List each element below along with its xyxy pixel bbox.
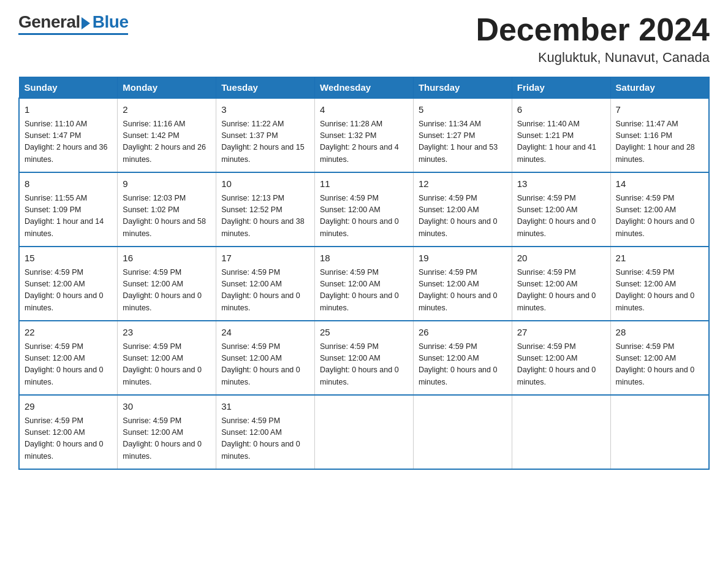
calendar-cell: 8Sunrise: 11:55 AMSunset: 1:09 PMDayligh… [19, 172, 118, 247]
day-number: 5 [419, 103, 507, 117]
logo-blue: Blue [93, 12, 129, 32]
calendar-cell: 30Sunrise: 4:59 PMSunset: 12:00 AMDaylig… [118, 395, 216, 469]
day-number: 26 [419, 326, 507, 340]
day-info: Sunrise: 11:16 AMSunset: 1:42 PMDaylight… [123, 118, 211, 166]
calendar-cell: 19Sunrise: 4:59 PMSunset: 12:00 AMDaylig… [413, 247, 512, 321]
logo-general: General [18, 12, 80, 32]
day-number: 21 [616, 251, 703, 266]
day-info: Sunrise: 12:13 PMSunset: 12:52 PMDayligh… [221, 193, 309, 240]
day-number: 20 [517, 251, 605, 266]
day-number: 13 [517, 177, 605, 191]
day-info: Sunrise: 4:59 PMSunset: 12:00 AMDaylight… [320, 193, 408, 240]
logo-arrow-icon [82, 17, 90, 29]
calendar-cell: 21Sunrise: 4:59 PMSunset: 12:00 AMDaylig… [610, 247, 709, 321]
calendar-cell: 28Sunrise: 4:59 PMSunset: 12:00 AMDaylig… [610, 321, 709, 395]
calendar-cell: 13Sunrise: 4:59 PMSunset: 12:00 AMDaylig… [512, 172, 610, 247]
day-number: 27 [517, 326, 605, 340]
calendar-table: SundayMondayTuesdayWednesdayThursdayFrid… [18, 77, 710, 470]
day-info: Sunrise: 4:59 PMSunset: 12:00 AMDaylight… [123, 267, 211, 315]
day-number: 9 [123, 177, 211, 191]
day-info: Sunrise: 4:59 PMSunset: 12:00 AMDaylight… [517, 193, 605, 240]
day-info: Sunrise: 4:59 PMSunset: 12:00 AMDaylight… [320, 341, 408, 389]
logo: General Blue [18, 12, 128, 35]
weekday-header-wednesday: Wednesday [315, 77, 414, 99]
day-info: Sunrise: 11:34 AMSunset: 1:27 PMDaylight… [419, 118, 507, 166]
day-info: Sunrise: 12:03 PMSunset: 1:02 PMDaylight… [123, 193, 211, 240]
month-title: December 2024 [476, 12, 710, 47]
day-info: Sunrise: 4:59 PMSunset: 12:00 AMDaylight… [25, 267, 112, 315]
calendar-cell: 6Sunrise: 11:40 AMSunset: 1:21 PMDayligh… [512, 98, 610, 172]
calendar-cell: 20Sunrise: 4:59 PMSunset: 12:00 AMDaylig… [512, 247, 610, 321]
calendar-cell: 4Sunrise: 11:28 AMSunset: 1:32 PMDayligh… [315, 98, 414, 172]
day-number: 16 [123, 251, 211, 266]
calendar-cell: 15Sunrise: 4:59 PMSunset: 12:00 AMDaylig… [19, 247, 118, 321]
day-number: 3 [221, 103, 309, 117]
week-row-5: 29Sunrise: 4:59 PMSunset: 12:00 AMDaylig… [19, 395, 709, 469]
calendar-cell [512, 395, 610, 469]
weekday-header-thursday: Thursday [413, 77, 512, 99]
day-info: Sunrise: 4:59 PMSunset: 12:00 AMDaylight… [419, 341, 507, 389]
day-info: Sunrise: 4:59 PMSunset: 12:00 AMDaylight… [517, 341, 605, 389]
day-info: Sunrise: 4:59 PMSunset: 12:00 AMDaylight… [221, 415, 309, 463]
location-title: Kugluktuk, Nunavut, Canada [476, 50, 710, 66]
weekday-header-tuesday: Tuesday [216, 77, 315, 99]
weekday-header-row: SundayMondayTuesdayWednesdayThursdayFrid… [19, 77, 709, 99]
calendar-cell: 1Sunrise: 11:10 AMSunset: 1:47 PMDayligh… [19, 98, 118, 172]
day-info: Sunrise: 4:59 PMSunset: 12:00 AMDaylight… [616, 341, 703, 389]
calendar-cell: 9Sunrise: 12:03 PMSunset: 1:02 PMDayligh… [118, 172, 216, 247]
calendar-cell: 2Sunrise: 11:16 AMSunset: 1:42 PMDayligh… [118, 98, 216, 172]
day-info: Sunrise: 4:59 PMSunset: 12:00 AMDaylight… [517, 267, 605, 315]
day-number: 15 [25, 251, 112, 266]
day-number: 24 [221, 326, 309, 340]
calendar-cell: 26Sunrise: 4:59 PMSunset: 12:00 AMDaylig… [413, 321, 512, 395]
calendar-cell: 27Sunrise: 4:59 PMSunset: 12:00 AMDaylig… [512, 321, 610, 395]
calendar-cell: 18Sunrise: 4:59 PMSunset: 12:00 AMDaylig… [315, 247, 414, 321]
calendar-cell: 5Sunrise: 11:34 AMSunset: 1:27 PMDayligh… [413, 98, 512, 172]
day-number: 14 [616, 177, 703, 191]
day-number: 25 [320, 326, 408, 340]
calendar-cell: 7Sunrise: 11:47 AMSunset: 1:16 PMDayligh… [610, 98, 709, 172]
day-info: Sunrise: 4:59 PMSunset: 12:00 AMDaylight… [221, 341, 309, 389]
day-info: Sunrise: 4:59 PMSunset: 12:00 AMDaylight… [25, 341, 112, 389]
day-number: 1 [25, 103, 112, 117]
weekday-header-sunday: Sunday [19, 77, 118, 99]
title-block: December 2024 Kugluktuk, Nunavut, Canada [476, 12, 710, 66]
day-info: Sunrise: 4:59 PMSunset: 12:00 AMDaylight… [320, 267, 408, 315]
day-number: 8 [25, 177, 112, 191]
day-info: Sunrise: 11:47 AMSunset: 1:16 PMDaylight… [616, 118, 703, 166]
calendar-cell [315, 395, 414, 469]
day-info: Sunrise: 11:55 AMSunset: 1:09 PMDaylight… [25, 193, 112, 240]
day-info: Sunrise: 4:59 PMSunset: 12:00 AMDaylight… [616, 193, 703, 240]
calendar-cell: 10Sunrise: 12:13 PMSunset: 12:52 PMDayli… [216, 172, 315, 247]
calendar-cell: 14Sunrise: 4:59 PMSunset: 12:00 AMDaylig… [610, 172, 709, 247]
day-number: 6 [517, 103, 605, 117]
weekday-header-saturday: Saturday [610, 77, 709, 99]
day-number: 31 [221, 400, 309, 414]
day-number: 12 [419, 177, 507, 191]
day-number: 10 [221, 177, 309, 191]
calendar-cell [413, 395, 512, 469]
day-number: 7 [616, 103, 703, 117]
weekday-header-monday: Monday [118, 77, 216, 99]
day-info: Sunrise: 11:22 AMSunset: 1:37 PMDaylight… [221, 118, 309, 166]
day-number: 18 [320, 251, 408, 266]
weekday-header-friday: Friday [512, 77, 610, 99]
calendar-cell: 17Sunrise: 4:59 PMSunset: 12:00 AMDaylig… [216, 247, 315, 321]
day-number: 17 [221, 251, 309, 266]
day-number: 29 [25, 400, 112, 414]
calendar-cell: 11Sunrise: 4:59 PMSunset: 12:00 AMDaylig… [315, 172, 414, 247]
day-number: 11 [320, 177, 408, 191]
calendar-cell: 3Sunrise: 11:22 AMSunset: 1:37 PMDayligh… [216, 98, 315, 172]
day-info: Sunrise: 4:59 PMSunset: 12:00 AMDaylight… [123, 341, 211, 389]
day-number: 30 [123, 400, 211, 414]
calendar-cell: 29Sunrise: 4:59 PMSunset: 12:00 AMDaylig… [19, 395, 118, 469]
week-row-1: 1Sunrise: 11:10 AMSunset: 1:47 PMDayligh… [19, 98, 709, 172]
day-number: 22 [25, 326, 112, 340]
day-number: 2 [123, 103, 211, 117]
calendar-cell: 12Sunrise: 4:59 PMSunset: 12:00 AMDaylig… [413, 172, 512, 247]
calendar-cell: 16Sunrise: 4:59 PMSunset: 12:00 AMDaylig… [118, 247, 216, 321]
day-number: 4 [320, 103, 408, 117]
day-info: Sunrise: 4:59 PMSunset: 12:00 AMDaylight… [25, 415, 112, 463]
day-number: 19 [419, 251, 507, 266]
day-number: 28 [616, 326, 703, 340]
